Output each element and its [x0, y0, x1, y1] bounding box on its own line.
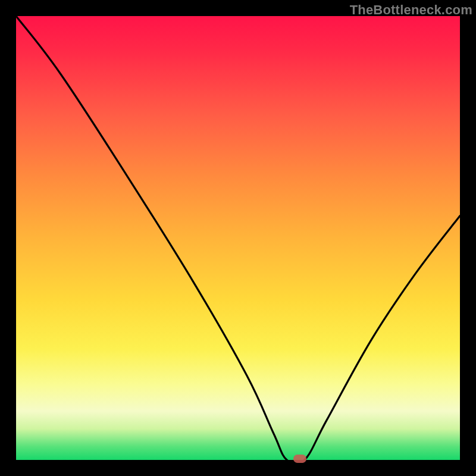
optimum-marker — [293, 455, 306, 463]
bottleneck-curve — [16, 16, 460, 460]
watermark-text: TheBottleneck.com — [350, 2, 472, 18]
chart-frame: TheBottleneck.com — [0, 0, 476, 476]
